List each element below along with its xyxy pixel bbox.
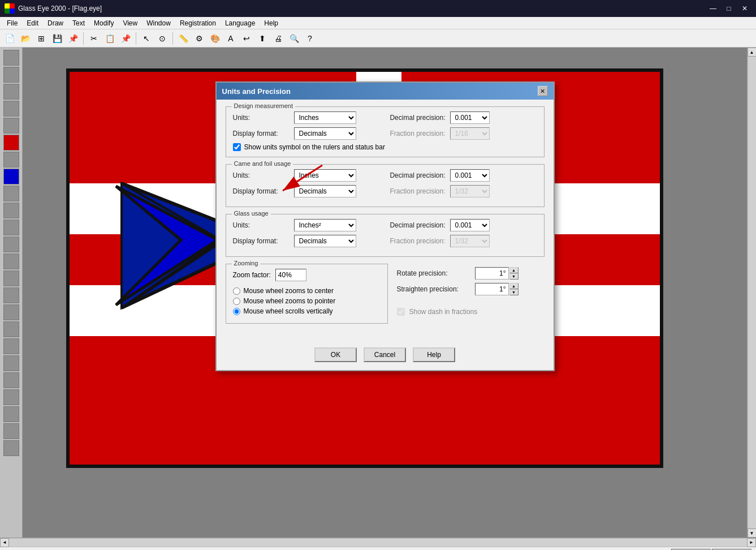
straighten-up-btn[interactable]: ▲ [509, 283, 519, 289]
came-decimal-select[interactable]: 0.001 0.01 [450, 169, 490, 182]
menu-help[interactable]: Help [260, 18, 283, 28]
scroll-right-button[interactable]: ► [747, 538, 756, 547]
copy-button[interactable]: 📋 [102, 31, 117, 46]
design-display-row: Display format: Decimals Fractions Fract… [233, 127, 537, 140]
color-swatch-23[interactable] [3, 423, 19, 439]
color-swatch-16[interactable] [3, 304, 19, 320]
menu-draw[interactable]: Draw [43, 18, 68, 28]
new-button[interactable]: 📄 [2, 31, 17, 46]
status-bar: For Help, press F1 7.098" 11.850" [0, 547, 756, 550]
menu-view[interactable]: View [118, 18, 142, 28]
color-swatch-17[interactable] [3, 321, 19, 337]
color-swatch-12[interactable] [3, 237, 19, 252]
color-swatch-14[interactable] [3, 270, 19, 286]
color-swatch-3[interactable] [3, 84, 19, 100]
palette-button[interactable]: 🎨 [208, 31, 222, 46]
menu-text[interactable]: Text [68, 18, 89, 28]
color-swatch-13[interactable] [3, 253, 19, 269]
cursor-button[interactable]: ↖ [139, 31, 154, 46]
design-display-select[interactable]: Decimals Fractions [294, 127, 356, 140]
export-button[interactable]: ⬆ [255, 31, 270, 46]
straighten-input[interactable] [475, 283, 509, 295]
scroll-track-horizontal[interactable] [9, 539, 747, 547]
color-swatch-9[interactable] [3, 186, 19, 201]
color-swatch-21[interactable] [3, 389, 19, 405]
came-units-select[interactable]: Inches Centimeters [294, 169, 356, 182]
menu-language[interactable]: Language [221, 18, 260, 28]
dialog-overlay: Units and Precision ✕ Design measurement… [23, 48, 747, 538]
glass-display-select[interactable]: Decimals Fractions [294, 235, 356, 247]
cut-button[interactable]: ✂ [87, 31, 101, 46]
color-swatch-18[interactable] [3, 338, 19, 354]
design-units-select[interactable]: Inches Centimeters Millimeters [294, 111, 356, 124]
minimize-button[interactable]: — [706, 3, 720, 14]
glass-fraction-select[interactable]: 1/32 1/16 [450, 235, 490, 247]
tb-sep-1 [83, 32, 84, 45]
help-tool-button[interactable]: ? [303, 31, 317, 46]
rotate-up-btn[interactable]: ▲ [509, 267, 519, 273]
tb-sep-3 [172, 32, 173, 45]
color-swatch-22[interactable] [3, 406, 19, 422]
menu-file[interactable]: File [2, 18, 22, 28]
maximize-button[interactable]: □ [722, 3, 736, 14]
design-fraction-select[interactable]: 1/16 1/8 1/32 [450, 127, 490, 140]
color-swatch-2[interactable] [3, 67, 19, 83]
came-display-select[interactable]: Decimals Fractions [294, 185, 356, 197]
scroll-track-vertical[interactable] [748, 57, 756, 528]
color-swatch-5[interactable] [3, 118, 19, 134]
scroll-vertical-radio[interactable] [233, 308, 240, 315]
design-group-label: Design measurement [232, 102, 296, 109]
show-units-checkbox[interactable] [233, 143, 241, 151]
zoom-factor-input[interactable] [275, 269, 306, 281]
scroll-up-button[interactable]: ▲ [748, 48, 757, 57]
straighten-down-btn[interactable]: ▼ [509, 289, 519, 295]
came-units-label: Units: [233, 171, 290, 179]
zoom-pointer-radio[interactable] [233, 298, 240, 305]
glass-units-select[interactable]: Inches² Centimeters² [294, 219, 356, 231]
color-swatch-19[interactable] [3, 355, 19, 371]
zoom-factor-row: Zoom factor: [233, 269, 381, 281]
target-button[interactable]: ⊙ [155, 31, 170, 46]
color-swatch-4[interactable] [3, 101, 19, 117]
rotate-label: Rotate precision: [397, 269, 470, 277]
rotate-down-btn[interactable]: ▼ [509, 273, 519, 280]
help-button[interactable]: Help [413, 347, 455, 362]
arrow-button[interactable]: ↩ [239, 31, 254, 46]
print-button[interactable]: 🖨 [271, 31, 286, 46]
paste-button[interactable]: 📌 [118, 31, 133, 46]
color-swatch-10[interactable] [3, 203, 19, 218]
color-swatch-1[interactable] [3, 50, 19, 66]
came-fraction-select[interactable]: 1/32 1/16 [450, 185, 490, 197]
save-button[interactable]: 💾 [50, 31, 64, 46]
zoom-center-radio[interactable] [233, 287, 240, 295]
cancel-button[interactable]: Cancel [364, 347, 406, 362]
color-swatch-7[interactable] [3, 152, 19, 167]
measure-button[interactable]: 📏 [176, 31, 191, 46]
scroll-left-button[interactable]: ◄ [0, 538, 9, 547]
config-button[interactable]: ⚙ [192, 31, 206, 46]
pin-button[interactable]: 📌 [66, 31, 80, 46]
open-button[interactable]: 📂 [18, 31, 33, 46]
menu-registration[interactable]: Registration [175, 18, 221, 28]
color-swatch-20[interactable] [3, 372, 19, 388]
glass-decimal-select[interactable]: 0.001 0.01 [450, 219, 490, 231]
zoom-button[interactable]: 🔍 [287, 31, 301, 46]
scroll-down-button[interactable]: ▼ [748, 528, 757, 538]
menu-bar: File Edit Draw Text Modify View Window R… [0, 17, 756, 29]
color-swatch-red[interactable] [3, 135, 19, 151]
grid-button[interactable]: ⊞ [34, 31, 49, 46]
ok-button[interactable]: OK [314, 347, 357, 362]
menu-edit[interactable]: Edit [22, 18, 43, 28]
design-decimal-select[interactable]: 0.001 0.01 0.1 [450, 111, 490, 124]
color-swatch-11[interactable] [3, 220, 19, 235]
menu-window[interactable]: Window [142, 18, 175, 28]
color-swatch-15[interactable] [3, 287, 19, 303]
color-swatch-24[interactable] [3, 440, 19, 456]
text-tool-button[interactable]: A [223, 31, 238, 46]
rotate-input[interactable] [475, 267, 509, 280]
app-close-button[interactable]: ✕ [738, 3, 751, 14]
menu-modify[interactable]: Modify [89, 18, 118, 28]
color-swatch-blue[interactable] [3, 169, 19, 184]
main-area: Units and Precision ✕ Design measurement… [0, 48, 756, 538]
dialog-close-button[interactable]: ✕ [538, 86, 548, 96]
